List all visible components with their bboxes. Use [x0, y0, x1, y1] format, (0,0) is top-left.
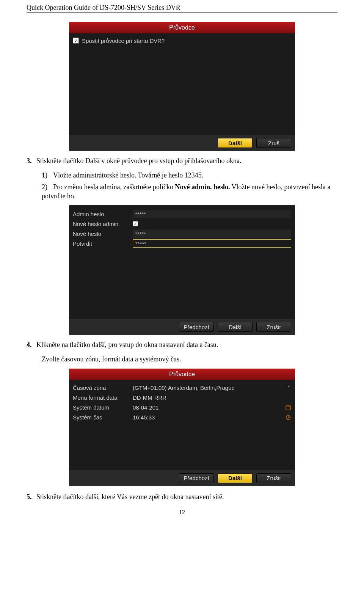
new-admin-password-checkbox[interactable]: ✓ — [133, 221, 138, 226]
new-admin-password-label: Nové heslo admin. — [73, 221, 130, 227]
system-date-label: Systém datum — [73, 404, 130, 411]
start-wizard-label: Spustit průvodce při startu DVR? — [82, 38, 165, 44]
cancel-button[interactable]: Zruš — [256, 138, 291, 148]
wizard-panel-password: Admin heslo ***** Nové heslo admin. ✓ No… — [69, 205, 295, 335]
step-3-sub1: 1)Vložte administrátorské heslo. Továrně… — [42, 171, 337, 180]
new-password-field[interactable]: ***** — [133, 229, 291, 238]
confirm-password-field[interactable]: ***** — [133, 239, 291, 248]
system-date-field[interactable]: 08-04-201 — [133, 404, 291, 411]
timezone-select[interactable]: (GTM+01:00) Amsterdam, Berlin,Prague ˅ — [133, 385, 291, 391]
date-format-value[interactable]: DD-MM-RRR — [133, 394, 291, 401]
wizard-title: Průvodce — [69, 369, 295, 380]
step-3: 3.Stiskněte tlačítko Další v okně průvod… — [27, 156, 337, 165]
step-4-line2: Zvolte časovou zónu, formát data a systé… — [42, 355, 337, 364]
step-4: 4.Klikněte na tlačítko další, pro vstup … — [27, 340, 337, 349]
admin-password-field[interactable]: ***** — [133, 210, 291, 218]
next-button[interactable]: Další — [218, 322, 253, 332]
system-time-label: Systém čas — [73, 414, 130, 421]
previous-button[interactable]: Předchozí — [179, 473, 214, 483]
chevron-down-icon: ˅ — [286, 385, 291, 391]
date-format-label: Menu formát data — [73, 394, 130, 401]
wizard-title: Průvodce — [69, 22, 295, 33]
calendar-icon[interactable] — [285, 405, 291, 411]
clock-icon[interactable] — [285, 414, 291, 421]
admin-password-label: Admin heslo — [73, 211, 130, 217]
new-password-label: Nové heslo — [73, 231, 130, 237]
system-time-field[interactable]: 16:45:33 — [133, 414, 291, 421]
wizard-panel-start: Průvodce ✓ Spustit průvodce při startu D… — [69, 22, 295, 151]
cancel-button[interactable]: Zrušit — [256, 322, 291, 332]
timezone-label: Časová zóna — [73, 385, 130, 391]
next-button[interactable]: Další — [218, 138, 253, 148]
page-header: Quick Operation Guide of DS-7200-SH/SV S… — [27, 4, 337, 13]
wizard-panel-datetime: Průvodce Časová zóna (GTM+01:00) Amsterd… — [69, 369, 295, 486]
confirm-password-label: Potvrdit — [73, 240, 130, 247]
step-3-sub2: 2)Pro změnu hesla admina, zaškrtněte pol… — [42, 182, 337, 201]
next-button[interactable]: Další — [218, 473, 253, 483]
svg-rect-0 — [286, 406, 290, 410]
cancel-button[interactable]: Zrušit — [256, 473, 291, 483]
start-wizard-checkbox[interactable]: ✓ — [73, 38, 79, 44]
step-5: 5.Stiskněte tlačítko další, které Vás ve… — [27, 492, 337, 501]
previous-button[interactable]: Předchozí — [179, 322, 214, 332]
page-number: 12 — [27, 509, 337, 516]
